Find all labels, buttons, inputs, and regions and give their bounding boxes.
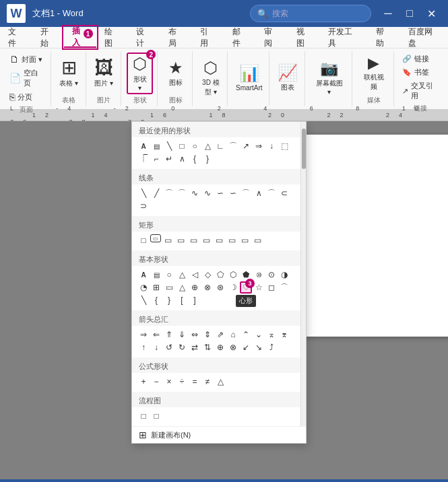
icons-button[interactable]: ★ 图标 [163,58,189,89]
arrow-callout12[interactable]: ⊕ [214,341,226,353]
basic-bracket-l[interactable]: [ [176,294,188,306]
arrow-right[interactable]: ⇒ [137,329,150,341]
new-canvas-button[interactable]: ⊞ 新建画布(N) [132,426,306,443]
bookmark-button[interactable]: 🔖 书签 [399,66,441,79]
panel-scrollbar[interactable] [300,122,306,426]
3d-model-button[interactable]: ⬡ 3D 模型 ▾ [198,58,224,98]
arrow-callout5[interactable]: ⌆ [278,329,290,341]
tab-mailing[interactable]: 邮件 [224,27,257,48]
shape-heart[interactable]: ♡ 3 心形 [240,281,252,294]
basic-sun[interactable]: ⊙ [265,269,278,281]
crossref-button[interactable]: ↗ 交叉引用 [399,79,441,102]
arrow-lr[interactable]: ⇔ [189,329,201,341]
basic-star[interactable]: ☆ [253,281,265,294]
shape-brace1[interactable]: { [189,153,201,165]
arrow-callout4[interactable]: ⌅ [265,329,278,341]
shape-line1[interactable]: ╲ [163,140,175,152]
basic-oval[interactable]: ○ [163,269,175,281]
shapes-panel-scroll[interactable]: 最近使用的形状 A ▤ ╲ □ ○ △ ∟ ⌒ ↗ ⇒ ↓ ⬚ ⎾ ⌐ ↵ [132,122,300,426]
tab-help[interactable]: 帮助 [368,27,400,48]
screenshot-button[interactable]: 📷 屏幕截图 ▾ [311,59,348,96]
basic-plaque[interactable]: ▭ [163,281,175,294]
formula-neq[interactable]: ≠ [201,376,214,388]
shape-text-box[interactable]: ▤ [150,140,162,152]
tab-layout[interactable]: 布局 [160,27,193,48]
basic-gear[interactable]: ⊛ [214,281,226,294]
line-straight1[interactable]: ╲ [137,187,150,199]
basic-bracket-r[interactable]: ] [189,294,201,306]
basic-a[interactable]: A [137,269,150,281]
shape-bracket1[interactable]: ⎾ [137,153,150,165]
line-elbow1[interactable]: ⌒ [163,187,175,199]
rect-snip1[interactable]: ▭ [162,234,174,246]
basic-plus[interactable]: ⊕ [189,281,201,294]
basic-pie[interactable]: ◔ [137,281,150,294]
line-curve2[interactable]: ∿ [201,187,214,199]
tab-references[interactable]: 引用 [192,27,224,48]
line-curve4[interactable]: ∽ [227,187,239,199]
basic-diag[interactable]: ╲ [137,294,150,306]
formula-plus[interactable]: + [137,376,150,388]
rect-snip7[interactable]: ▭ [238,234,251,246]
basic-cross[interactable]: ⊞ [150,281,162,294]
arrow-callout7[interactable]: ↓ [150,341,162,353]
blank-page-button[interactable]: 📄 空白页 [7,67,46,90]
scrollbar-thumb[interactable] [302,129,306,169]
rect-snip2[interactable]: ▭ [174,234,187,246]
chart-button[interactable]: 📈 图表 [274,63,301,94]
tab-review[interactable]: 审阅 [256,27,288,48]
rect-snip4[interactable]: ▭ [200,234,212,246]
rect-snip3[interactable]: ▭ [187,234,199,246]
arrow-callout14[interactable]: ↙ [240,341,252,353]
shape-return[interactable]: ↵ [163,153,175,165]
arrow-callout1[interactable]: ⌂ [227,329,239,341]
formula-div[interactable]: ÷ [176,376,188,388]
tab-insert[interactable]: 插入 1 [64,27,96,48]
arrow-up[interactable]: ⇑ [163,329,175,341]
page-break-button[interactable]: ⎘ 分页 [7,90,46,104]
basic-triangle[interactable]: △ [176,269,188,281]
line-elbow2[interactable]: ⌒ [176,187,188,199]
arrow-callout11[interactable]: ⇅ [201,341,214,353]
formula-minus[interactable]: − [150,376,162,388]
basic-crescent[interactable]: ☽ [227,281,239,294]
shape-line2[interactable]: □ [176,140,188,152]
arrow-down[interactable]: ⇓ [176,329,188,341]
image-button[interactable]: 🖼 图片 ▾ [91,57,117,90]
rect-snip8[interactable]: ▭ [251,234,263,246]
online-video-button[interactable]: ▶ 联机视频 [358,54,389,93]
link-button[interactable]: 🔗 链接 [399,53,441,65]
basic-circle10[interactable]: ⑩ [253,269,265,281]
tab-draw[interactable]: 绘图 [96,27,129,48]
basic-brace-l[interactable]: { [150,294,162,306]
arrow-callout6[interactable]: ↑ [137,341,150,353]
arrow-callout16[interactable]: ⤴ [265,341,278,353]
search-box[interactable]: 🔍 搜索 [250,5,371,22]
basic-ring[interactable]: ⊗ [201,281,214,294]
basic-rtriangle[interactable]: ◁ [189,269,201,281]
rect-plain[interactable]: □ [137,234,150,246]
rect-round[interactable]: ▭ [150,234,161,242]
rect-snip6[interactable]: ▭ [226,234,238,246]
shape-arc1[interactable]: ⌒ [227,140,239,152]
line-arc4[interactable]: ⊂ [278,187,290,199]
shape-text-a[interactable]: A [137,140,150,152]
arrow-callout10[interactable]: ⇄ [189,341,201,353]
line-arc3[interactable]: ⌒ [265,187,278,199]
arrow-ud[interactable]: ⇕ [201,329,214,341]
close-button[interactable]: ✕ [421,5,441,22]
arrow-callout3[interactable]: ⌄ [253,329,265,341]
shape-rect[interactable]: ○ [189,140,201,152]
tab-file[interactable]: 文件 [0,27,32,48]
shape-rt[interactable]: ∟ [214,140,226,152]
basic-hexa[interactable]: ⬡ [227,269,239,281]
shape-arrow2[interactable]: ⇒ [253,140,265,152]
shape-angle[interactable]: ⌐ [150,153,162,165]
maximize-button[interactable]: □ [399,5,420,22]
line-curve1[interactable]: ∿ [189,187,201,199]
line-straight2[interactable]: ╱ [150,187,162,199]
flow-rect2[interactable]: □ [150,410,162,422]
arrow-callout15[interactable]: ↘ [253,341,265,353]
arrow-diag[interactable]: ⇗ [214,329,226,341]
tab-baidu[interactable]: 百度网盘 [400,27,448,48]
